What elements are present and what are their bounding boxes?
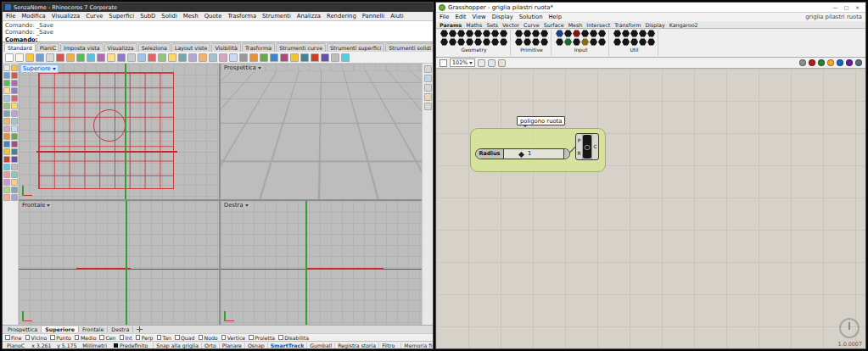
panel-tab-icon[interactable]: [424, 75, 432, 82]
menu-item[interactable]: Display: [492, 14, 513, 20]
sidebar-tool-icon[interactable]: [11, 64, 18, 71]
group-label[interactable]: poligono ruota: [517, 116, 565, 125]
param-component-icon[interactable]: [639, 30, 647, 37]
sidebar-tool-icon[interactable]: [11, 110, 18, 117]
toolbar-icon[interactable]: [127, 53, 136, 62]
slider-grip[interactable]: [518, 151, 524, 157]
menu-item[interactable]: Aiuti: [390, 13, 403, 20]
sidebar-tool-icon[interactable]: [3, 87, 10, 94]
component-category-tab[interactable]: Sets: [486, 22, 498, 28]
sidebar-tool-icon[interactable]: [11, 171, 18, 178]
osnap-toggle[interactable]: Proietta: [249, 335, 275, 341]
param-component-icon[interactable]: [581, 38, 589, 46]
param-component-icon[interactable]: [457, 30, 465, 37]
palette-section-label[interactable]: Input: [574, 47, 588, 53]
param-component-icon[interactable]: [573, 38, 580, 46]
palette-section-label[interactable]: Primitive: [520, 47, 542, 53]
sidebar-tool-icon[interactable]: [3, 64, 10, 71]
status-toggle[interactable]: Gumball: [306, 343, 334, 348]
toolbar-tab[interactable]: PianiC: [36, 43, 59, 52]
preview-setting-icon[interactable]: [799, 59, 806, 66]
toolbar-icon[interactable]: [46, 53, 54, 62]
sidebar-tool-icon[interactable]: [3, 95, 10, 102]
osnap-toggle[interactable]: Cen: [99, 335, 115, 341]
menu-item[interactable]: Visualizza: [52, 13, 80, 20]
toolbar-icon[interactable]: [148, 53, 156, 62]
osnap-toggle[interactable]: Punto: [50, 335, 71, 341]
menu-item[interactable]: View: [473, 14, 486, 20]
menu-item[interactable]: Analizza: [297, 13, 321, 20]
palette-section-label[interactable]: Geometry: [462, 47, 487, 53]
circle-component[interactable]: PR ○ C: [575, 133, 599, 160]
panel-tab-icon[interactable]: [424, 103, 432, 110]
toolbar-tab[interactable]: Visibilità: [211, 43, 241, 52]
osnap-toggle[interactable]: Fine: [5, 335, 22, 341]
cplane-selector[interactable]: PianoC: [5, 343, 26, 348]
toolbar-icon[interactable]: [66, 53, 75, 62]
viewport-tab[interactable]: Superiore: [42, 326, 79, 332]
checkbox-icon[interactable]: [120, 335, 125, 340]
menu-item[interactable]: Solidi: [161, 13, 176, 20]
checkbox-icon[interactable]: [175, 335, 180, 340]
grasshopper-canvas[interactable]: poligono ruota Radius 1 PR ○ C: [436, 69, 865, 348]
sidebar-tool-icon[interactable]: [3, 179, 10, 186]
component-category-tab[interactable]: Surface: [544, 22, 564, 28]
checkbox-icon[interactable]: [5, 335, 10, 340]
osnap-toggle[interactable]: Medio: [75, 335, 97, 341]
sidebar-tool-icon[interactable]: [3, 110, 10, 117]
param-component-icon[interactable]: [500, 30, 507, 37]
menu-item[interactable]: File: [440, 14, 449, 20]
viewport-tab[interactable]: Prospettica: [4, 326, 42, 332]
osnap-toggle[interactable]: Tan: [157, 335, 171, 341]
viewport-frontale[interactable]: Frontale: [19, 201, 219, 325]
osnap-toggle[interactable]: Nodo: [199, 335, 218, 341]
sidebar-tool-icon[interactable]: [11, 156, 18, 163]
param-component-icon[interactable]: [474, 38, 482, 46]
param-component-icon[interactable]: [440, 30, 448, 37]
param-component-icon[interactable]: [483, 30, 490, 37]
component-category-tab[interactable]: Display: [645, 22, 664, 28]
toolbar-icon[interactable]: [341, 53, 350, 62]
component-category-tab[interactable]: Kangaroo2: [669, 22, 698, 28]
param-component-icon[interactable]: [491, 38, 499, 46]
checkbox-icon[interactable]: [221, 335, 227, 340]
toolbar-icon[interactable]: [178, 53, 187, 62]
param-component-icon[interactable]: [524, 30, 531, 37]
toolbar-icon[interactable]: [270, 53, 278, 62]
sidebar-tool-icon[interactable]: [3, 103, 10, 109]
param-component-icon[interactable]: [540, 38, 548, 46]
toolbar-icon[interactable]: [300, 53, 309, 62]
toolbar-icon[interactable]: [249, 53, 258, 62]
param-component-icon[interactable]: [466, 30, 473, 37]
param-component-icon[interactable]: [449, 30, 456, 37]
checkbox-icon[interactable]: [199, 335, 204, 340]
viewport-title-prospettica[interactable]: Prospettica: [222, 64, 263, 71]
viewport-title-superiore[interactable]: Superiore: [20, 64, 59, 73]
param-component-icon[interactable]: [622, 30, 630, 37]
file-icon[interactable]: [440, 59, 447, 67]
param-component-icon[interactable]: [630, 38, 638, 46]
circle-object[interactable]: [93, 109, 126, 142]
panel-tab-icon[interactable]: [424, 65, 432, 73]
sidebar-tool-icon[interactable]: [3, 125, 10, 132]
param-component-icon[interactable]: [556, 38, 563, 46]
viewport-prospettica[interactable]: Prospettica: [221, 64, 422, 199]
viewport-destra[interactable]: Destra: [221, 201, 422, 325]
sidebar-tool-icon[interactable]: [3, 156, 10, 163]
osnap-toggle[interactable]: Quad: [175, 335, 195, 341]
toolbar-icon[interactable]: [158, 53, 166, 62]
checkbox-icon[interactable]: [25, 335, 31, 340]
param-component-icon[interactable]: [515, 38, 523, 46]
canvas-tool-icon[interactable]: [488, 59, 496, 67]
sidebar-tool-icon[interactable]: [11, 187, 18, 193]
component-category-tab[interactable]: Transform: [614, 22, 641, 28]
component-category-tab[interactable]: Params: [440, 22, 462, 28]
sidebar-tool-icon[interactable]: [11, 141, 18, 148]
preview-setting-icon[interactable]: [827, 59, 834, 66]
status-toggle[interactable]: Orto: [201, 343, 219, 348]
menu-item[interactable]: Solution: [519, 14, 543, 20]
menu-item[interactable]: Edit: [455, 14, 466, 20]
sidebar-tool-icon[interactable]: [3, 148, 10, 155]
menu-item[interactable]: Trasforma: [227, 13, 256, 20]
component-input[interactable]: P: [578, 138, 581, 143]
